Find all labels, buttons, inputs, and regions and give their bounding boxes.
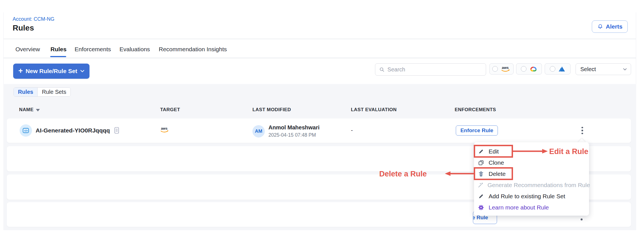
svg-text:</>: </> <box>24 129 28 132</box>
gcp-radio[interactable] <box>521 66 526 72</box>
search-box[interactable] <box>375 63 486 76</box>
alerts-button[interactable]: Alerts <box>592 20 628 33</box>
view-toggle-rules[interactable]: Rules <box>14 88 38 96</box>
aws-logo: aws <box>500 65 511 73</box>
trash-icon <box>477 171 485 177</box>
flower-icon <box>477 204 485 211</box>
copy-icon[interactable] <box>114 127 120 134</box>
ccm-rules-page: Account: CCM-NG Rules Alerts Overview Ru… <box>0 0 644 233</box>
rule-name-cell[interactable]: </> AI-Generated-YIO0RJqqqq <box>20 124 120 137</box>
ai-rule-code-icon: </> <box>20 124 32 137</box>
select-dropdown-label: Select <box>580 66 596 73</box>
magic-wand-icon <box>477 182 484 188</box>
sort-caret-icon[interactable] <box>36 109 40 111</box>
modified-date: 2025-04-15 07:48 PM <box>268 132 319 138</box>
menu-item-add-to-ruleset[interactable]: Add Rule to existing Rule Set <box>477 191 587 202</box>
tab-enforcements[interactable]: Enforcements <box>75 46 111 53</box>
page-title: Rules <box>13 24 34 32</box>
azure-radio[interactable] <box>550 66 555 72</box>
column-header-target: TARGET <box>160 107 180 113</box>
aws-radio[interactable] <box>492 66 498 72</box>
new-rule-button[interactable]: + New Rule/Rule Set <box>13 64 89 79</box>
pencil-icon <box>477 193 485 199</box>
target-cell: aws <box>160 126 170 135</box>
tab-overview[interactable]: Overview <box>15 46 40 53</box>
provider-filter-gcp[interactable] <box>516 63 542 74</box>
select-dropdown[interactable]: Select <box>576 63 631 75</box>
enforce-rule-button[interactable]: Enforce Rule <box>456 125 498 136</box>
svg-text:aws: aws <box>161 127 167 131</box>
search-input[interactable] <box>387 66 482 73</box>
plus-icon: + <box>18 67 23 75</box>
menu-item-delete[interactable]: Delete <box>477 168 587 180</box>
column-header-enforcements: ENFORCEMENTS <box>455 107 496 113</box>
partial-kebab-dot <box>581 218 583 220</box>
tab-rules[interactable]: Rules <box>50 46 66 53</box>
rule-name: AI-Generated-YIO0RJqqqq <box>36 127 110 134</box>
gcp-logo <box>529 66 537 72</box>
new-rule-button-label: New Rule/Rule Set <box>26 68 77 74</box>
header-divider <box>3 39 636 39</box>
provider-filter-azure[interactable] <box>545 63 571 74</box>
active-tab-indicator <box>50 56 66 57</box>
menu-item-generate-recommendations: Generate Recommendations from Rule <box>477 180 587 191</box>
avatar: AM <box>252 125 265 138</box>
view-toggle-rule-sets[interactable]: Rule Sets <box>38 88 70 96</box>
view-toggle: Rules Rule Sets <box>13 87 71 97</box>
delete-annotation-arrow <box>445 171 474 177</box>
pencil-icon <box>477 148 485 155</box>
provider-filter-aws[interactable]: aws <box>489 63 514 74</box>
svg-text:aws: aws <box>502 66 509 70</box>
menu-item-clone[interactable]: Clone <box>477 157 587 168</box>
clone-icon <box>477 160 485 166</box>
azure-logo <box>558 66 566 72</box>
column-header-last-modified: LAST MODIFIED <box>252 107 291 113</box>
modified-by-name: Anmol Maheshwari <box>268 124 319 131</box>
last-evaluation-cell: - <box>351 127 353 134</box>
aws-logo: aws <box>160 126 170 134</box>
search-icon <box>379 67 385 73</box>
row-kebab-menu-icon[interactable] <box>578 125 586 136</box>
chevron-down-icon <box>80 70 84 73</box>
tab-evaluations[interactable]: Evaluations <box>119 46 150 53</box>
column-header-name[interactable]: NAME <box>19 107 34 113</box>
edit-annotation-arrow <box>513 148 548 154</box>
delete-annotation-label: Delete a Rule <box>379 170 427 178</box>
edit-annotation-label: Edit a Rule <box>549 147 588 156</box>
tab-recommendation-insights[interactable]: Recommendation Insights <box>159 46 227 53</box>
chevron-down-icon <box>623 68 627 71</box>
bell-icon <box>597 23 603 30</box>
last-modified-cell: AM Anmol Maheshwari 2025-04-15 07:48 PM <box>252 124 319 138</box>
breadcrumb-account-link[interactable]: Account: CCM-NG <box>13 16 54 22</box>
menu-item-learn-more[interactable]: Learn more about Rule <box>477 202 587 213</box>
tabs-divider <box>3 58 636 58</box>
column-header-last-evaluation: LAST EVALUATION <box>351 107 397 113</box>
alerts-button-label: Alerts <box>606 23 623 30</box>
